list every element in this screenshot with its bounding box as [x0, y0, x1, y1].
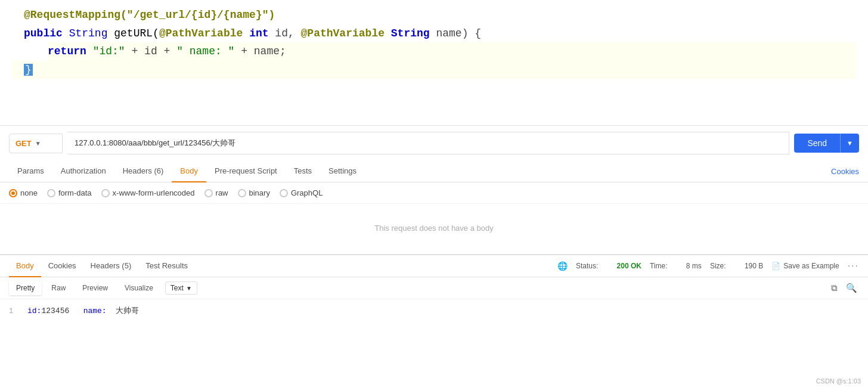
status-value: 200 OK [617, 262, 641, 270]
send-button-group: Send ▼ [794, 134, 859, 153]
string-id: "id:" [93, 42, 125, 61]
radio-none-label: none [20, 188, 38, 197]
save-example-button[interactable]: 📄 Save as Example [771, 262, 839, 270]
more-options-icon[interactable]: ··· [848, 261, 859, 271]
body-empty-message: This request does not have a body [0, 204, 868, 252]
tab-params[interactable]: Params [9, 160, 52, 182]
op2: + [164, 42, 170, 61]
code-editor: @RequestMapping("/get_url/{id}/{name}") … [0, 0, 868, 125]
var-id: id [144, 42, 157, 61]
cookies-link[interactable]: Cookies [831, 167, 859, 176]
tab-headers[interactable]: Headers (6) [114, 160, 172, 182]
radio-binary[interactable]: binary [238, 188, 270, 197]
string-name: " name: " [176, 42, 234, 61]
code-line-2: public String getURL( @PathVariable int … [12, 24, 856, 43]
time-value: 8 ms [686, 262, 702, 270]
resp-id-key: id: [27, 306, 41, 315]
radio-urlencoded-label: x-www-form-urlencoded [113, 188, 195, 197]
send-button[interactable]: Send [794, 134, 840, 153]
type-string2: String [391, 24, 430, 43]
body-options: none form-data x-www-form-urlencoded raw… [0, 182, 868, 204]
save-icon: 📄 [771, 262, 780, 270]
empty-text: This request does not have a body [374, 224, 493, 233]
code-line-4: } [12, 61, 856, 79]
size-value: 190 B [745, 262, 763, 270]
format-pretty[interactable]: Pretty [9, 281, 42, 295]
radio-urlencoded[interactable]: x-www-form-urlencoded [101, 188, 195, 197]
globe-icon: 🌐 [557, 261, 568, 271]
radio-dot-form-data [47, 189, 55, 197]
radio-form-data-label: form-data [58, 188, 92, 197]
tab-pre-request[interactable]: Pre-request Script [206, 160, 286, 182]
ann-pathvar-2: @PathVariable [301, 24, 385, 43]
response-tab-body[interactable]: Body [9, 255, 41, 277]
ann-pathvar-1: @PathVariable [159, 24, 243, 43]
tab-body[interactable]: Body [172, 160, 206, 182]
tab-tests[interactable]: Tests [286, 160, 320, 182]
format-visualize[interactable]: Visualize [117, 281, 160, 295]
response-tab-test-results[interactable]: Test Results [138, 255, 195, 277]
param-id: id, [275, 24, 294, 43]
resp-name-key: name: [83, 306, 107, 315]
text-type-select[interactable]: Text ▼ [165, 281, 197, 295]
copy-icon[interactable]: ⧉ [829, 281, 839, 295]
code-line-1: @RequestMapping("/get_url/{id}/{name}") [12, 6, 856, 24]
search-icon[interactable]: 🔍 [844, 281, 859, 295]
send-dropdown-arrow[interactable]: ▼ [840, 134, 859, 153]
text-type-label: Text [170, 284, 184, 292]
save-example-label: Save as Example [783, 262, 839, 270]
response-status: 🌐 Status: 200 OK Time: 8 ms Size: 190 B … [557, 261, 859, 271]
request-tabs: Params Authorization Headers (6) Body Pr… [0, 160, 868, 182]
param-name: name) [436, 24, 468, 43]
footer-text: CSDN @s:1:03 [816, 377, 861, 385]
radio-binary-label: binary [249, 188, 270, 197]
radio-dot-none [9, 189, 17, 197]
url-bar: GET ▼ Send ▼ [0, 125, 868, 160]
format-icons: ⧉ 🔍 [829, 281, 859, 295]
response-body: 1 id:123456 name: 大帅哥 [0, 299, 868, 322]
response-section: Body Cookies Headers (5) Test Results 🌐 … [0, 254, 868, 322]
response-tabs-row: Body Cookies Headers (5) Test Results 🌐 … [0, 255, 868, 277]
radio-form-data[interactable]: form-data [47, 188, 92, 197]
text-chevron-icon: ▼ [186, 285, 192, 292]
response-tab-headers[interactable]: Headers (5) [83, 255, 139, 277]
time-label: Time: [650, 262, 668, 270]
format-raw[interactable]: Raw [44, 281, 73, 295]
op3: + [241, 42, 247, 61]
resp-name-val: 大帅哥 [116, 306, 139, 315]
format-row: Pretty Raw Preview Visualize Text ▼ ⧉ 🔍 [0, 277, 868, 299]
type-string: String [69, 24, 108, 43]
close-brace: } [24, 61, 33, 79]
radio-dot-binary [238, 189, 246, 197]
code-line-3: return "id:" + id + " name: " + name; [12, 42, 856, 61]
radio-raw[interactable]: raw [204, 188, 228, 197]
url-input[interactable] [67, 132, 789, 154]
open-brace: { [475, 24, 481, 43]
footer: CSDN @s:1:03 [809, 375, 868, 387]
method-label: GET [16, 139, 32, 148]
size-label: Size: [710, 262, 726, 270]
annotation-1: @RequestMapping("/get_url/{id}/{name}") [24, 6, 275, 24]
radio-graphql-label: GraphQL [291, 188, 323, 197]
keyword-return: return [48, 42, 86, 61]
response-tab-cookies[interactable]: Cookies [41, 255, 83, 277]
radio-dot-graphql [280, 189, 288, 197]
method-chevron-icon: ▼ [35, 140, 41, 147]
format-preview[interactable]: Preview [75, 281, 115, 295]
tab-authorization[interactable]: Authorization [52, 160, 114, 182]
radio-graphql[interactable]: GraphQL [280, 188, 323, 197]
radio-dot-raw [204, 189, 213, 197]
var-name: name; [254, 42, 286, 61]
status-label: Status: [576, 262, 598, 270]
radio-raw-label: raw [216, 188, 228, 197]
keyword-public: public [24, 24, 63, 43]
op1: + [131, 42, 138, 61]
cursor: } [24, 64, 33, 76]
line-number: 1 [9, 307, 13, 315]
radio-dot-urlencoded [101, 189, 110, 197]
resp-id-val: 123456 [41, 306, 69, 315]
method-dropdown[interactable]: GET ▼ [9, 134, 63, 153]
type-int: int [249, 24, 268, 43]
radio-none[interactable]: none [9, 188, 38, 197]
tab-settings[interactable]: Settings [320, 160, 365, 182]
